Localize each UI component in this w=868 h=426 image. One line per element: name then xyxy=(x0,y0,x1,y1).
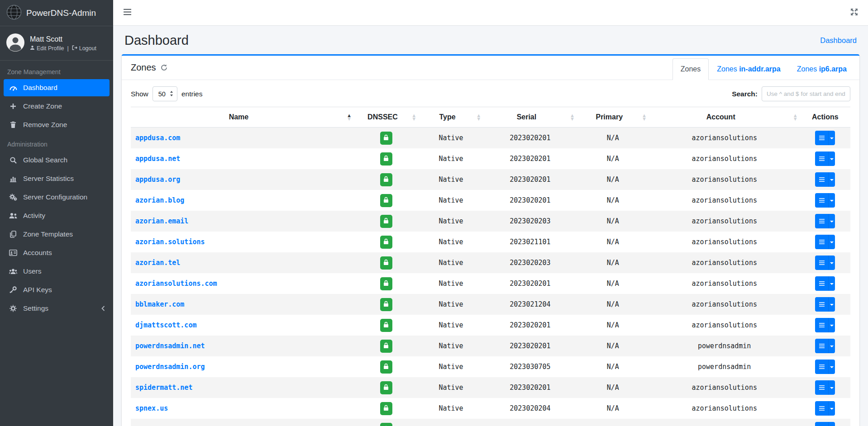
dnssec-lock-button[interactable] xyxy=(380,152,392,166)
zone-link[interactable]: azorian.tel xyxy=(135,259,180,267)
row-actions-toggle-button[interactable] xyxy=(828,193,835,208)
cell-account: powerdnsadmin xyxy=(649,336,800,356)
column-header-name[interactable]: Name▲▼ xyxy=(131,107,354,128)
zone-link[interactable]: azorian.solutions xyxy=(135,238,205,246)
row-actions-toggle-button[interactable] xyxy=(828,339,835,353)
row-actions-button[interactable] xyxy=(815,297,828,312)
dnssec-lock-button[interactable] xyxy=(380,340,392,353)
row-actions-button[interactable] xyxy=(815,256,828,270)
row-actions-button[interactable] xyxy=(815,422,828,426)
zone-link[interactable]: spidermatt.net xyxy=(135,383,192,392)
row-actions-toggle-button[interactable] xyxy=(828,172,835,187)
row-actions-toggle-button[interactable] xyxy=(828,235,835,249)
row-actions-toggle-button[interactable] xyxy=(828,360,835,374)
sidebar-item-zone-templates[interactable]: Zone Templates xyxy=(4,226,110,243)
row-actions-button[interactable] xyxy=(815,235,828,249)
dnssec-lock-button[interactable] xyxy=(380,132,392,145)
dnssec-lock-button[interactable] xyxy=(380,319,392,332)
refresh-icon[interactable] xyxy=(161,64,167,71)
user-info: Matt Scott Edit Profile | Logout xyxy=(30,35,96,52)
sidebar-item-activity[interactable]: Activity xyxy=(4,207,110,224)
row-actions-button[interactable] xyxy=(815,131,828,145)
cell-dnssec xyxy=(354,336,419,356)
sort-icon: ▲▼ xyxy=(794,114,797,121)
zone-link[interactable]: appdusa.com xyxy=(135,134,180,142)
logout-link[interactable]: Logout xyxy=(72,45,96,52)
sidebar-item-global-search[interactable]: Global Search xyxy=(4,151,110,169)
column-header-type[interactable]: Type▲▼ xyxy=(419,107,483,128)
row-actions-toggle-button[interactable] xyxy=(828,214,835,228)
row-actions-toggle-button[interactable] xyxy=(828,318,835,332)
row-actions-button[interactable] xyxy=(815,401,828,416)
row-actions xyxy=(815,256,835,270)
zone-link[interactable]: djmattscott.com xyxy=(135,321,196,329)
row-actions-button[interactable] xyxy=(815,151,828,166)
sidebar-section-header: Zone Management xyxy=(4,62,110,79)
dnssec-lock-button[interactable] xyxy=(380,194,392,207)
cell-serial: 2023021101 xyxy=(483,232,577,252)
sidebar-toggle-button[interactable] xyxy=(121,7,134,19)
row-actions-toggle-button[interactable] xyxy=(828,380,835,395)
dnssec-lock-button[interactable] xyxy=(380,298,392,311)
sidebar-item-users[interactable]: Users xyxy=(4,263,110,280)
sidebar-item-create-zone[interactable]: Create Zone xyxy=(4,98,110,115)
row-actions-toggle-button[interactable] xyxy=(828,422,835,426)
row-actions-button[interactable] xyxy=(815,339,828,353)
row-actions-toggle-button[interactable] xyxy=(828,151,835,166)
sidebar-item-api-keys[interactable]: API Keys xyxy=(4,281,110,298)
row-actions-button[interactable] xyxy=(815,360,828,374)
tab-zones-ip6-arpa[interactable]: Zones ip6.arpa xyxy=(789,58,855,80)
zone-link[interactable]: azorian.email xyxy=(135,217,188,225)
sidebar-item-remove-zone[interactable]: Remove Zone xyxy=(4,116,110,133)
zone-link[interactable]: powerdnsadmin.org xyxy=(135,363,205,371)
zone-link[interactable]: powerdnsadmin.net xyxy=(135,342,205,350)
tab-zones-in-addr-arpa[interactable]: Zones in-addr.arpa xyxy=(709,58,789,80)
brand[interactable]: PowerDNS-Admin xyxy=(0,0,113,26)
dnssec-lock-button[interactable] xyxy=(380,277,392,290)
row-actions-button[interactable] xyxy=(815,318,828,332)
row-actions-toggle-button[interactable] xyxy=(828,276,835,291)
dnssec-lock-button[interactable] xyxy=(380,360,392,374)
sidebar-item-label: API Keys xyxy=(23,286,52,294)
column-header-serial[interactable]: Serial▲▼ xyxy=(483,107,577,128)
row-actions-toggle-button[interactable] xyxy=(828,131,835,145)
cell-primary: N/A xyxy=(577,377,649,398)
sidebar-item-server-configuration[interactable]: Server Configuration xyxy=(4,189,110,206)
zone-link[interactable]: bblmaker.com xyxy=(135,300,184,308)
fullscreen-button[interactable] xyxy=(849,6,860,19)
edit-profile-link[interactable]: Edit Profile xyxy=(30,45,64,52)
column-header-dnssec[interactable]: DNSSEC▲▼ xyxy=(354,107,419,128)
zone-search-input[interactable] xyxy=(762,86,850,101)
zone-link[interactable]: azorian.blog xyxy=(135,196,184,204)
zone-link[interactable]: azoriansolutions.com xyxy=(135,279,217,288)
zone-link[interactable]: spnex.us xyxy=(135,404,168,412)
row-actions-toggle-button[interactable] xyxy=(828,401,835,416)
sidebar-item-settings[interactable]: Settings xyxy=(4,300,110,317)
row-actions-button[interactable] xyxy=(815,214,828,228)
dnssec-lock-button[interactable] xyxy=(380,173,392,186)
row-actions-toggle-button[interactable] xyxy=(828,256,835,270)
row-actions-button[interactable] xyxy=(815,276,828,291)
dnssec-lock-button[interactable] xyxy=(380,236,392,249)
dnssec-lock-button[interactable] xyxy=(380,423,392,426)
cell-serial: 2023020201 xyxy=(483,169,577,190)
row-actions-button[interactable] xyxy=(815,380,828,395)
column-header-primary[interactable]: Primary▲▼ xyxy=(577,107,649,128)
cell-actions xyxy=(800,211,850,232)
zone-link[interactable]: appdusa.org xyxy=(135,175,180,184)
tab-zones[interactable]: Zones xyxy=(672,58,709,80)
sidebar-item-dashboard[interactable]: Dashboard xyxy=(4,79,110,96)
sidebar-item-accounts[interactable]: Accounts xyxy=(4,244,110,261)
dnssec-lock-button[interactable] xyxy=(380,256,392,270)
zone-link[interactable]: appdusa.net xyxy=(135,155,180,163)
row-actions-button[interactable] xyxy=(815,172,828,187)
breadcrumb-dashboard[interactable]: Dashboard xyxy=(820,36,857,45)
page-length-select[interactable]: 50 xyxy=(153,86,177,101)
dnssec-lock-button[interactable] xyxy=(380,215,392,228)
dnssec-lock-button[interactable] xyxy=(380,402,392,415)
row-actions-toggle-button[interactable] xyxy=(828,297,835,312)
dnssec-lock-button[interactable] xyxy=(380,381,392,394)
column-header-account[interactable]: Account▲▼ xyxy=(649,107,800,128)
row-actions-button[interactable] xyxy=(815,193,828,208)
sidebar-item-server-statistics[interactable]: Server Statistics xyxy=(4,170,110,187)
